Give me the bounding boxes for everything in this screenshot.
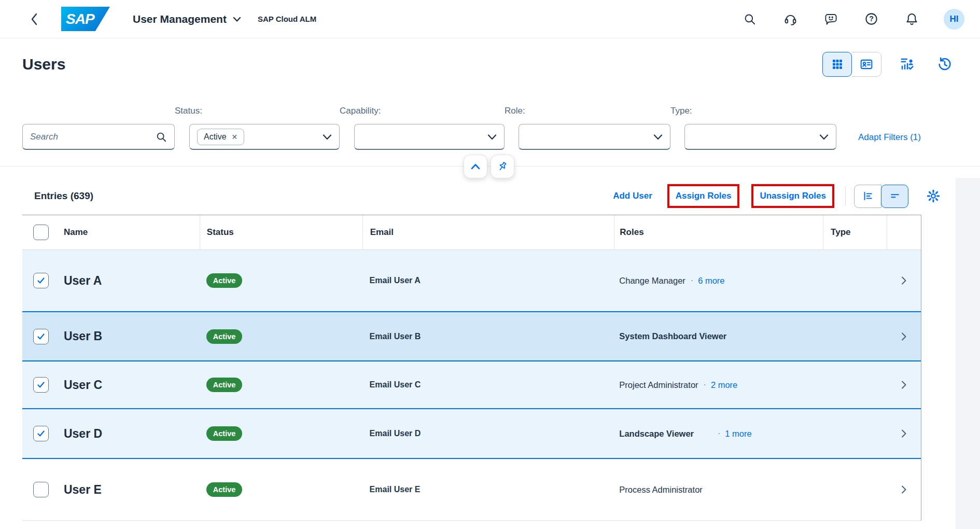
table-row[interactable]: User E Active Email User E Process Admin… bbox=[22, 459, 921, 521]
column-header-roles[interactable]: Roles bbox=[614, 215, 823, 249]
history-icon[interactable] bbox=[933, 53, 956, 76]
adapt-filters-link[interactable]: Adapt Filters (1) bbox=[858, 132, 921, 143]
view-switch bbox=[822, 52, 881, 77]
user-roles: System Dashboard Viewer bbox=[619, 331, 726, 341]
notification-bell-icon[interactable] bbox=[903, 11, 920, 27]
grid-view-icon[interactable] bbox=[822, 52, 852, 77]
help-icon[interactable]: ? bbox=[863, 11, 879, 27]
role-filter-label: Role: bbox=[505, 106, 670, 116]
page-title: Users bbox=[22, 55, 65, 73]
dot-separator: · bbox=[704, 380, 706, 389]
chevron-down-icon[interactable] bbox=[819, 134, 829, 140]
status-badge: Active bbox=[206, 426, 243, 441]
row-chevron-right-icon[interactable] bbox=[901, 485, 907, 494]
status-badge: Active bbox=[206, 378, 243, 392]
shell-actions: ? HI bbox=[741, 9, 964, 30]
display-mode-switch bbox=[854, 185, 908, 208]
row-checkbox[interactable] bbox=[33, 377, 49, 393]
assign-roles-annotation-box: Assign Roles bbox=[667, 184, 740, 208]
table-body: User A Active Email User A Change Manage… bbox=[22, 250, 921, 521]
chevron-down-icon[interactable] bbox=[653, 134, 663, 140]
sap-logo: SAP bbox=[61, 7, 110, 31]
role-filter: Role: bbox=[505, 106, 670, 150]
sort-mode-icon[interactable] bbox=[881, 185, 908, 208]
type-filter-select[interactable] bbox=[684, 124, 836, 150]
dot-separator: · bbox=[691, 276, 693, 285]
column-header-status[interactable]: Status bbox=[200, 215, 362, 249]
search-field-icon[interactable] bbox=[156, 131, 167, 143]
status-token: Active ✕ bbox=[197, 129, 244, 145]
role-filter-select[interactable] bbox=[519, 124, 670, 150]
search-input[interactable]: Search bbox=[22, 124, 175, 150]
table-row[interactable]: User D Active Email User D Landscape Vie… bbox=[22, 409, 921, 459]
more-roles-link[interactable]: 6 more bbox=[698, 276, 724, 286]
filter-divider bbox=[0, 166, 980, 166]
unassign-roles-button[interactable]: Unassign Roles bbox=[760, 191, 826, 201]
status-filter-select[interactable]: Active ✕ bbox=[189, 124, 340, 150]
table-scrollbar-track[interactable] bbox=[956, 178, 980, 529]
token-remove-icon[interactable]: ✕ bbox=[232, 133, 238, 141]
row-checkbox[interactable] bbox=[33, 482, 49, 497]
status-badge: Active bbox=[206, 329, 243, 344]
table-row[interactable]: User B Active Email User B System Dashbo… bbox=[22, 312, 921, 361]
user-name: User B bbox=[64, 329, 102, 343]
row-checkbox[interactable] bbox=[33, 426, 49, 441]
more-roles-link[interactable]: 1 more bbox=[725, 429, 751, 439]
back-icon[interactable] bbox=[24, 9, 45, 30]
status-filter: Status: Active ✕ bbox=[175, 106, 340, 150]
user-email: Email User A bbox=[370, 276, 421, 285]
capability-filter-label: Capability: bbox=[340, 106, 505, 116]
add-user-button[interactable]: Add User bbox=[613, 191, 652, 201]
collapse-filter-bar-button[interactable] bbox=[464, 155, 487, 178]
row-chevron-right-icon[interactable] bbox=[901, 276, 907, 285]
sort-users-icon[interactable] bbox=[896, 53, 919, 76]
column-header-name[interactable]: Name bbox=[60, 215, 200, 249]
avatar[interactable]: HI bbox=[944, 9, 964, 30]
row-checkbox[interactable] bbox=[33, 273, 49, 288]
pin-filter-bar-button[interactable] bbox=[491, 155, 514, 178]
user-roles: Landscape Viewer bbox=[619, 429, 694, 439]
group-mode-icon[interactable] bbox=[854, 185, 881, 208]
capability-filter: Capability: bbox=[340, 106, 505, 150]
row-chevron-right-icon[interactable] bbox=[901, 332, 907, 341]
users-table: Name Status Email Roles Type User A Acti… bbox=[22, 215, 921, 521]
feedback-icon[interactable] bbox=[822, 11, 839, 27]
column-header-type[interactable]: Type bbox=[823, 215, 887, 249]
settings-gear-icon[interactable] bbox=[923, 186, 944, 206]
dot-separator: · bbox=[718, 429, 720, 438]
app-title-chevron-down-icon[interactable] bbox=[233, 16, 241, 22]
chevron-down-icon[interactable] bbox=[487, 134, 497, 140]
table-row[interactable]: User C Active Email User C Project Admin… bbox=[22, 361, 921, 409]
toolbar-actions: Add User Assign Roles Unassign Roles bbox=[613, 184, 944, 208]
user-email: Email User B bbox=[370, 332, 421, 341]
shell-header: SAP User Management SAP Cloud ALM ? HI bbox=[0, 0, 980, 38]
app-title[interactable]: User Management bbox=[133, 13, 227, 25]
search-icon[interactable] bbox=[741, 11, 758, 27]
status-badge: Active bbox=[206, 273, 243, 288]
user-email: Email User E bbox=[370, 485, 421, 494]
user-roles: Process Administrator bbox=[619, 485, 702, 495]
status-filter-label: Status: bbox=[175, 106, 340, 116]
headset-icon[interactable] bbox=[782, 11, 799, 27]
more-roles: · 1 more bbox=[718, 429, 752, 439]
capability-filter-select[interactable] bbox=[354, 124, 505, 150]
table-row[interactable]: User A Active Email User A Change Manage… bbox=[22, 250, 921, 312]
row-chevron-right-icon[interactable] bbox=[901, 380, 907, 389]
user-roles: Change Manager bbox=[619, 276, 685, 286]
row-checkbox[interactable] bbox=[33, 329, 49, 344]
row-chevron-right-icon[interactable] bbox=[901, 429, 907, 438]
assign-roles-button[interactable]: Assign Roles bbox=[676, 191, 732, 201]
filter-bar-actions bbox=[464, 155, 514, 178]
search-field: Search bbox=[22, 124, 175, 150]
more-roles-link[interactable]: 2 more bbox=[711, 380, 737, 390]
user-email: Email User D bbox=[370, 429, 421, 438]
filter-bar: Search Status: Active ✕ Capability: Role… bbox=[0, 106, 980, 150]
user-name: User D bbox=[64, 427, 102, 441]
checkmark-icon bbox=[36, 332, 46, 341]
column-header-email[interactable]: Email bbox=[362, 215, 614, 249]
entries-count: Entries (639) bbox=[34, 190, 93, 202]
select-all-checkbox[interactable] bbox=[33, 225, 49, 240]
card-view-icon[interactable] bbox=[852, 52, 881, 77]
more-roles: · 2 more bbox=[704, 380, 738, 390]
chevron-down-icon[interactable] bbox=[323, 134, 332, 140]
